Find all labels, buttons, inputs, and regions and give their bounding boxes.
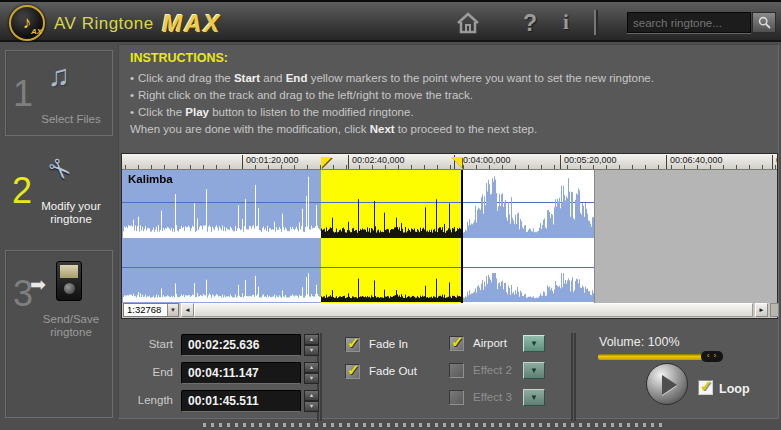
instruction-text: Click and drag the xyxy=(138,72,234,84)
play-icon xyxy=(662,375,677,395)
end-marker-icon[interactable] xyxy=(451,157,462,168)
wave-bottom-bar: 1:32768 ▼ ◄ ► xyxy=(122,303,777,318)
scrollbar-corner xyxy=(770,303,779,317)
start-field[interactable] xyxy=(181,334,301,356)
chevron-down-icon[interactable]: ▼ xyxy=(167,304,178,316)
header-bar: ♪ AX AV Ringtone MAX ? i xyxy=(0,0,781,42)
search-box xyxy=(627,12,751,33)
fade-in-label: Fade In xyxy=(369,338,408,350)
effect-1-label: Airport xyxy=(473,337,507,349)
instructions-title: INSTRUCTIONS: xyxy=(130,51,772,65)
instructions-block: INSTRUCTIONS: •Click and drag the Start … xyxy=(130,51,772,138)
logo-ax-glyph: AX xyxy=(31,27,42,36)
ruler-time-label: 00:04:00,000 xyxy=(454,155,511,169)
sidebar-item-send-save-ringtone[interactable]: ➡ 3 Send/Save ringtone xyxy=(5,250,113,418)
app-title: AV Ringtone MAX xyxy=(54,10,222,38)
zoom-level-value: 1:32768 xyxy=(127,304,161,315)
length-field[interactable] xyxy=(181,390,301,412)
ruler-time-label: 00:01:20,000 xyxy=(242,155,299,169)
instruction-line: When you are done with the modification,… xyxy=(130,121,772,138)
audio-track[interactable]: Kalimba xyxy=(122,170,777,303)
instruction-text: and xyxy=(260,72,286,84)
effect-3-label: Effect 3 xyxy=(473,391,512,403)
length-spin-up-button[interactable]: ▲ xyxy=(304,390,319,401)
ruler-time-label: 00:06:40,000 xyxy=(666,155,723,169)
length-stepper: ▲▼ xyxy=(304,390,319,412)
scroll-left-button[interactable]: ◄ xyxy=(181,303,194,317)
zoom-level-combo[interactable]: 1:32768 ▼ xyxy=(123,303,179,317)
loop-checkbox[interactable] xyxy=(698,380,713,395)
fade-out-checkbox[interactable] xyxy=(345,364,360,379)
home-icon[interactable] xyxy=(455,11,481,35)
sidebar-item-modify-ringtone[interactable]: 2 ✂ Modify your ringtone xyxy=(5,148,113,252)
effect-3-dropdown-button[interactable]: ▼ xyxy=(523,389,545,406)
steps-sidebar: 1 ♫ Select Files 2 ✂ Modify your rington… xyxy=(0,44,118,430)
length-label: Length xyxy=(125,394,173,406)
search-input[interactable] xyxy=(628,14,750,33)
end-spin-down-button[interactable]: ▼ xyxy=(304,373,319,384)
effect-2-dropdown-button[interactable]: ▼ xyxy=(523,362,545,379)
instructions-lines: •Click and drag the Start and End yellow… xyxy=(130,70,772,138)
search-icon xyxy=(758,16,771,29)
music-note-icon: ♫ xyxy=(48,59,71,92)
scrollbar-thumb[interactable] xyxy=(194,303,753,317)
track-name: Kalimba xyxy=(128,173,173,185)
instruction-line: •Click and drag the Start and End yellow… xyxy=(130,70,772,87)
sidebar-item-select-files[interactable]: 1 ♫ Select Files xyxy=(5,50,113,136)
step-number: 3 xyxy=(13,273,33,315)
end-row: End▲▼ xyxy=(125,362,315,384)
search-button[interactable] xyxy=(752,12,776,33)
instruction-text: Play xyxy=(185,106,209,118)
app-logo-icon: ♪ AX xyxy=(9,5,45,41)
playback-cursor[interactable] xyxy=(461,170,463,303)
instruction-line: •Right click on the track and drag to th… xyxy=(130,87,772,104)
instruction-text: Click the xyxy=(138,106,185,118)
waveform-editor: 00:01:20,00000:02:40,00000:04:00,00000:0… xyxy=(121,153,778,319)
bullet-glyph: • xyxy=(130,89,134,101)
bullet-glyph: • xyxy=(130,72,134,84)
ruler-time-label: 00:02:40,000 xyxy=(348,155,405,169)
header-divider xyxy=(594,10,598,35)
volume-label: Volume: 100% xyxy=(599,335,680,349)
start-spin-up-button[interactable]: ▲ xyxy=(304,334,319,345)
scissors-icon: ✂ xyxy=(40,151,79,190)
effect-3-checkbox[interactable] xyxy=(449,390,464,405)
end-field[interactable] xyxy=(181,362,301,384)
step-label: Modify your ringtone xyxy=(31,200,111,226)
effect-1-dropdown-button[interactable]: ▼ xyxy=(523,335,545,352)
start-row: Start▲▼ xyxy=(125,334,315,356)
play-button[interactable] xyxy=(646,363,688,405)
end-spin-up-button[interactable]: ▲ xyxy=(304,362,319,373)
bullet-glyph: • xyxy=(130,106,134,118)
loop-label: Loop xyxy=(719,382,750,396)
instruction-text: to proceed to the next step. xyxy=(395,123,538,135)
effect-2-label: Effect 2 xyxy=(473,364,512,376)
info-icon[interactable]: i xyxy=(558,10,574,35)
timeline-ruler[interactable]: 00:01:20,00000:02:40,00000:04:00,00000:0… xyxy=(122,154,777,170)
instruction-text: When you are done with the modification,… xyxy=(130,123,370,135)
fade-in-checkbox[interactable] xyxy=(345,337,360,352)
help-icon[interactable]: ? xyxy=(518,10,542,37)
av-ringtone-max-window: ♪ AX AV Ringtone MAX ? i xyxy=(0,0,781,430)
scroll-right-button[interactable]: ► xyxy=(755,303,768,317)
waveform-canvas[interactable] xyxy=(122,170,777,303)
volume-slider-handle[interactable]: ‹ › xyxy=(701,351,723,362)
volume-slider[interactable]: ‹ › xyxy=(598,354,718,360)
length-row: Length▲▼ xyxy=(125,390,315,412)
start-spin-down-button[interactable]: ▼ xyxy=(304,345,319,356)
ruler-time-label: 00:08:00,000 xyxy=(772,155,777,169)
instruction-line: •Click the Play button to listen to the … xyxy=(130,104,772,121)
main-panel: INSTRUCTIONS: •Click and drag the Start … xyxy=(118,44,779,419)
end-stepper: ▲▼ xyxy=(304,362,319,384)
instruction-text: Right click on the track and drag to the… xyxy=(138,89,473,101)
fade-out-label: Fade Out xyxy=(369,365,417,377)
effect-2-checkbox[interactable] xyxy=(449,363,464,378)
start-marker-icon[interactable] xyxy=(321,157,332,168)
start-label: Start xyxy=(125,338,173,350)
length-spin-down-button[interactable]: ▼ xyxy=(304,401,319,412)
send-to-device-icon: ➡ xyxy=(30,261,88,305)
step-label: Select Files xyxy=(32,113,110,126)
start-stepper: ▲▼ xyxy=(304,334,319,356)
effect-1-checkbox[interactable] xyxy=(449,336,464,351)
instruction-text: yellow markers to the point where you wa… xyxy=(307,72,653,84)
